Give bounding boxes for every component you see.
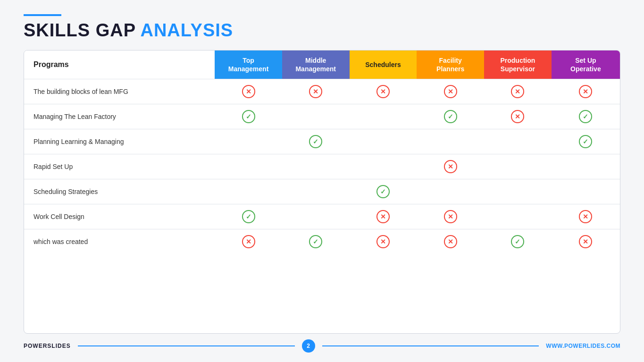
cell-top_mgmt [215, 179, 282, 204]
x-icon: ✕ [579, 210, 592, 223]
check-icon: ✓ [579, 110, 592, 123]
cell-top_mgmt: ✕ [215, 79, 282, 104]
cell-facility: ✕ [417, 154, 484, 179]
x-icon: ✕ [376, 85, 390, 98]
x-icon: ✕ [242, 235, 255, 248]
header-accent-line [24, 14, 61, 16]
footer: POWERSLIDES 2 WWW.POWERLIDES.COM [24, 334, 620, 353]
check-icon: ✓ [579, 135, 592, 148]
table-header-row: Programs TopManagement MiddleManagement … [24, 51, 620, 79]
cell-production [484, 154, 552, 179]
skills-gap-table: Programs TopManagement MiddleManagement … [24, 51, 620, 254]
page-number: 2 [302, 339, 315, 353]
x-icon: ✕ [444, 85, 457, 98]
table-row: Managing The Lean Factory✓✓✕✓ [24, 104, 620, 129]
cell-schedulers: ✕ [350, 204, 417, 229]
cell-schedulers: ✕ [350, 229, 417, 254]
cell-schedulers: ✓ [350, 179, 417, 204]
cell-production: ✕ [484, 104, 552, 129]
x-icon: ✕ [444, 160, 457, 173]
cell-setup [552, 179, 620, 204]
x-icon: ✕ [376, 235, 390, 248]
cell-schedulers [350, 154, 417, 179]
title-blue: ANALYSIS [140, 20, 233, 40]
programs-header: Programs [24, 51, 215, 79]
cell-middle_mgmt [282, 104, 350, 129]
cell-top_mgmt: ✓ [215, 104, 282, 129]
cell-facility [417, 179, 484, 204]
table-row: Scheduling Strategies✓ [24, 179, 620, 204]
cell-top_mgmt: ✕ [215, 229, 282, 254]
cell-production: ✕ [484, 79, 552, 104]
footer-website: WWW.POWERLIDES.COM [546, 343, 620, 349]
cell-top_mgmt: ✓ [215, 204, 282, 229]
col-header-facility: FacilityPlanners [417, 51, 484, 79]
cell-middle_mgmt: ✓ [282, 229, 350, 254]
cell-top_mgmt [215, 154, 282, 179]
col-header-middle-mgmt: MiddleManagement [282, 51, 350, 79]
page-title: SKILLS GAP ANALYSIS [24, 21, 620, 41]
cell-setup: ✕ [552, 229, 620, 254]
cell-schedulers [350, 104, 417, 129]
cell-middle_mgmt: ✕ [282, 79, 350, 104]
cell-facility: ✕ [417, 79, 484, 104]
cell-schedulers [350, 129, 417, 154]
program-name: Scheduling Strategies [24, 179, 215, 204]
cell-production [484, 129, 552, 154]
brand-logo: POWERSLIDES [24, 343, 71, 349]
x-icon: ✕ [376, 210, 390, 223]
cell-facility [417, 129, 484, 154]
table-row: Planning Learning & Managing✓✓ [24, 129, 620, 154]
cell-middle_mgmt [282, 204, 350, 229]
cell-setup: ✕ [552, 79, 620, 104]
program-name: Work Cell Design [24, 204, 215, 229]
cell-setup: ✕ [552, 204, 620, 229]
cell-facility: ✕ [417, 229, 484, 254]
table-body: The building blocks of lean MFG✕✕✕✕✕✕Man… [24, 79, 620, 254]
program-name: The building blocks of lean MFG [24, 79, 215, 104]
header: SKILLS GAP ANALYSIS [24, 14, 620, 41]
cell-setup: ✓ [552, 129, 620, 154]
table-row: The building blocks of lean MFG✕✕✕✕✕✕ [24, 79, 620, 104]
x-icon: ✕ [511, 85, 524, 98]
title-black: SKILLS GAP [24, 20, 140, 40]
program-name: Managing The Lean Factory [24, 104, 215, 129]
check-icon: ✓ [309, 135, 322, 148]
check-icon: ✓ [242, 210, 255, 223]
program-name: which was created [24, 229, 215, 254]
cell-middle_mgmt: ✓ [282, 129, 350, 154]
x-icon: ✕ [511, 110, 524, 123]
cell-middle_mgmt [282, 179, 350, 204]
col-header-schedulers: Schedulers [350, 51, 417, 79]
x-icon: ✕ [444, 210, 457, 223]
col-header-production: ProductionSupervisor [484, 51, 552, 79]
cell-middle_mgmt [282, 154, 350, 179]
cell-facility: ✕ [417, 204, 484, 229]
program-name: Planning Learning & Managing [24, 129, 215, 154]
program-name: Rapid Set Up [24, 154, 215, 179]
footer-line-left [78, 345, 295, 346]
table-row: Rapid Set Up✕ [24, 154, 620, 179]
footer-line-right [322, 345, 539, 346]
cell-schedulers: ✕ [350, 79, 417, 104]
cell-setup [552, 154, 620, 179]
check-icon: ✓ [309, 235, 322, 248]
cell-production [484, 179, 552, 204]
cell-production [484, 204, 552, 229]
x-icon: ✕ [309, 85, 322, 98]
page-container: SKILLS GAP ANALYSIS Programs TopManageme… [0, 0, 644, 362]
col-header-top-mgmt: TopManagement [215, 51, 282, 79]
check-icon: ✓ [511, 235, 524, 248]
x-icon: ✕ [444, 235, 457, 248]
brand-slides: SLIDES [47, 343, 70, 349]
col-header-setup: Set UpOperative [552, 51, 620, 79]
cell-production: ✓ [484, 229, 552, 254]
check-icon: ✓ [444, 110, 457, 123]
x-icon: ✕ [579, 85, 592, 98]
cell-setup: ✓ [552, 104, 620, 129]
table-row: which was created✕✓✕✕✓✕ [24, 229, 620, 254]
cell-facility: ✓ [417, 104, 484, 129]
table-wrapper: Programs TopManagement MiddleManagement … [24, 50, 620, 334]
x-icon: ✕ [579, 235, 592, 248]
x-icon: ✕ [242, 85, 255, 98]
